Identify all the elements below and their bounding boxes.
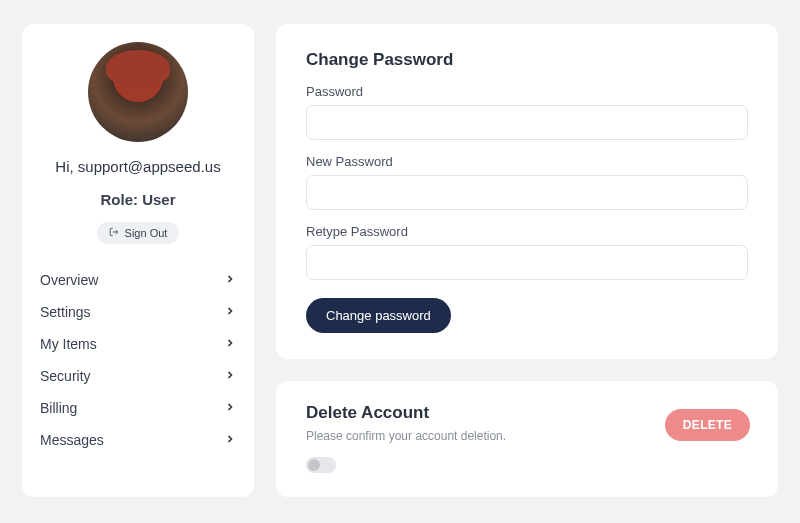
sidebar-item-label: Overview bbox=[40, 272, 98, 288]
sidebar-item-label: Messages bbox=[40, 432, 104, 448]
sidebar: Hi, support@appseed.us Role: User Sign O… bbox=[22, 24, 254, 497]
sidebar-item-messages[interactable]: Messages bbox=[36, 424, 240, 456]
retype-password-group: Retype Password bbox=[306, 224, 748, 280]
role-value: User bbox=[142, 191, 175, 208]
sidebar-item-label: Settings bbox=[40, 304, 91, 320]
sidebar-item-label: Billing bbox=[40, 400, 77, 416]
user-role: Role: User bbox=[100, 191, 175, 208]
sidebar-item-billing[interactable]: Billing bbox=[36, 392, 240, 424]
greeting-prefix: Hi, bbox=[55, 158, 78, 175]
sidebar-item-my-items[interactable]: My Items bbox=[36, 328, 240, 360]
delete-confirm-toggle[interactable] bbox=[306, 457, 336, 473]
chevron-right-icon bbox=[224, 432, 236, 448]
change-password-title: Change Password bbox=[306, 50, 748, 70]
sidebar-item-label: My Items bbox=[40, 336, 97, 352]
sidebar-nav: Overview Settings My Items Security Bill… bbox=[36, 264, 240, 456]
chevron-right-icon bbox=[224, 272, 236, 288]
sidebar-item-security[interactable]: Security bbox=[36, 360, 240, 392]
delete-account-card: Delete Account Please confirm your accou… bbox=[276, 381, 778, 497]
change-password-button[interactable]: Change password bbox=[306, 298, 451, 333]
role-label: Role: bbox=[100, 191, 142, 208]
signout-button[interactable]: Sign Out bbox=[97, 222, 180, 244]
password-field[interactable] bbox=[306, 105, 748, 140]
new-password-field[interactable] bbox=[306, 175, 748, 210]
user-greeting: Hi, support@appseed.us bbox=[55, 158, 220, 175]
chevron-right-icon bbox=[224, 400, 236, 416]
delete-button[interactable]: DELETE bbox=[665, 409, 750, 441]
avatar bbox=[88, 42, 188, 142]
sidebar-item-overview[interactable]: Overview bbox=[36, 264, 240, 296]
password-label: Password bbox=[306, 84, 748, 99]
change-password-card: Change Password Password New Password Re… bbox=[276, 24, 778, 359]
user-email: support@appseed.us bbox=[78, 158, 221, 175]
chevron-right-icon bbox=[224, 368, 236, 384]
retype-password-label: Retype Password bbox=[306, 224, 748, 239]
retype-password-field[interactable] bbox=[306, 245, 748, 280]
new-password-label: New Password bbox=[306, 154, 748, 169]
sidebar-item-settings[interactable]: Settings bbox=[36, 296, 240, 328]
new-password-group: New Password bbox=[306, 154, 748, 210]
signout-icon bbox=[109, 227, 119, 239]
signout-label: Sign Out bbox=[125, 227, 168, 239]
password-group: Password bbox=[306, 84, 748, 140]
sidebar-item-label: Security bbox=[40, 368, 91, 384]
chevron-right-icon bbox=[224, 304, 236, 320]
chevron-right-icon bbox=[224, 336, 236, 352]
main-content: Change Password Password New Password Re… bbox=[276, 24, 778, 497]
